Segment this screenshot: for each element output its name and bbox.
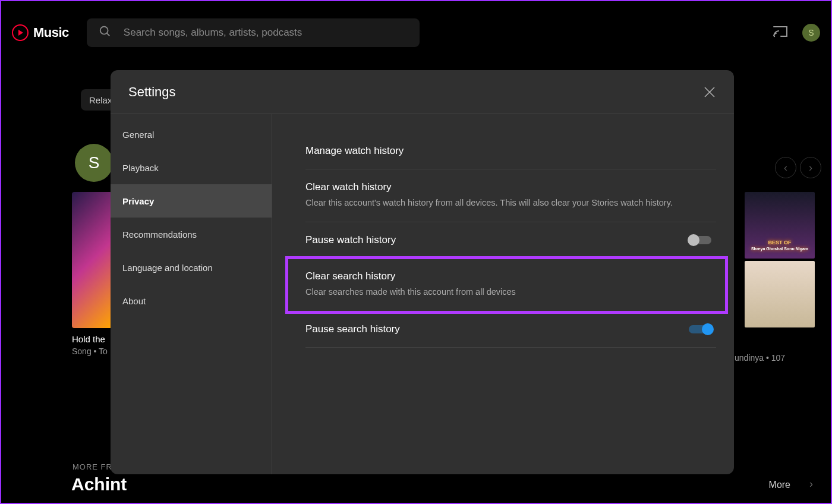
- pause-watch-history-row: Pause watch history: [305, 222, 716, 259]
- close-button[interactable]: [703, 86, 716, 99]
- clear-watch-history-row[interactable]: Clear watch history Clear this account's…: [305, 169, 716, 222]
- carousel-prev-button[interactable]: ‹: [775, 157, 796, 178]
- cast-icon[interactable]: [773, 25, 788, 40]
- right-album-stack: BEST OFShreya Ghoshal Sonu Nigam: [745, 192, 815, 330]
- search-placeholder: Search songs, albums, artists, podcasts: [124, 27, 302, 39]
- sidebar-item-recommendations[interactable]: Recommendations: [111, 218, 272, 251]
- card-title: Hold the: [72, 334, 108, 344]
- search-icon: [99, 25, 112, 40]
- card-subtitle: Song • To: [72, 346, 108, 356]
- row-description: Clear this account's watch history from …: [305, 197, 686, 210]
- album-art[interactable]: BEST OFShreya Ghoshal Sonu Nigam: [745, 192, 815, 259]
- app-header: Music Search songs, albums, artists, pod…: [1, 11, 831, 54]
- pause-watch-toggle[interactable]: [689, 236, 711, 244]
- svg-point-2: [774, 36, 775, 37]
- album-art[interactable]: [745, 261, 815, 327]
- play-circle-icon: [12, 24, 29, 41]
- modal-header: Settings: [111, 70, 734, 114]
- chevron-right-icon[interactable]: ›: [809, 478, 813, 490]
- section-title: Achint: [71, 474, 127, 494]
- svg-point-0: [100, 27, 108, 34]
- sidebar-item-playback[interactable]: Playback: [111, 151, 272, 184]
- sidebar-item-language-location[interactable]: Language and location: [111, 251, 272, 284]
- section-label: MORE FR: [73, 462, 112, 471]
- avatar[interactable]: S: [802, 24, 820, 42]
- svg-line-1: [107, 33, 110, 36]
- row-title: Pause search history: [305, 323, 689, 335]
- settings-modal: Settings General Playback Privacy Recomm…: [111, 70, 734, 474]
- avatar-large: S: [75, 144, 113, 182]
- app-logo[interactable]: Music: [12, 24, 69, 41]
- pause-search-toggle[interactable]: [689, 325, 711, 333]
- row-title: Clear watch history: [305, 181, 716, 193]
- card-info: Hold the Song • To: [72, 334, 108, 356]
- brand-name: Music: [33, 25, 69, 40]
- card-subtitle: undinya • 107: [735, 353, 785, 363]
- row-title: Clear search history: [305, 270, 716, 282]
- clear-search-history-row[interactable]: Clear search history Clear searches made…: [288, 259, 726, 311]
- row-title: Manage watch history: [305, 145, 716, 157]
- sidebar-item-privacy[interactable]: Privacy: [111, 184, 272, 218]
- carousel-next-button[interactable]: ›: [800, 157, 821, 178]
- more-link[interactable]: More: [769, 480, 790, 490]
- sidebar-item-general[interactable]: General: [111, 118, 272, 151]
- sidebar-item-about[interactable]: About: [111, 284, 272, 317]
- pause-search-history-row: Pause search history: [305, 311, 716, 348]
- manage-watch-history-row[interactable]: Manage watch history: [305, 132, 716, 169]
- settings-sidebar: General Playback Privacy Recommendations…: [111, 114, 272, 474]
- modal-title: Settings: [128, 84, 176, 100]
- search-input[interactable]: Search songs, albums, artists, podcasts: [87, 18, 420, 47]
- settings-panel: Manage watch history Clear watch history…: [272, 114, 734, 474]
- row-title: Pause watch history: [305, 234, 689, 246]
- album-text: BEST OFShreya Ghoshal Sonu Nigam: [745, 240, 815, 251]
- row-description: Clear searches made with this account fr…: [305, 286, 686, 299]
- album-art[interactable]: [72, 192, 112, 328]
